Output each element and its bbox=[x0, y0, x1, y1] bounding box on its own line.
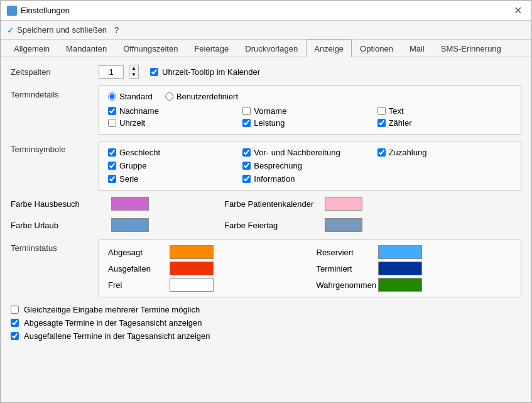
radio-standard[interactable]: Standard bbox=[108, 92, 153, 101]
cb-information[interactable]: Information bbox=[242, 174, 377, 184]
cb-gleichzeitig[interactable]: Gleichzeitige Eingabe mehrerer Termine m… bbox=[11, 305, 521, 314]
zeitspalten-label: Zeitspalten bbox=[11, 67, 99, 77]
cb-text[interactable]: Text bbox=[377, 106, 512, 116]
sym-empty-2 bbox=[377, 174, 512, 184]
cb-vorname-label: Vorname bbox=[254, 106, 286, 116]
terminsymbole-grid: Geschlecht Vor- und Nachbereitung Zuzahl… bbox=[108, 148, 512, 184]
termindetails-row: Termindetails Standard Benutzerdefiniert bbox=[11, 85, 521, 135]
help-button[interactable]: ? bbox=[114, 25, 119, 35]
status-abgesagt-label: Abgesagt bbox=[108, 248, 165, 257]
tooltip-checkbox[interactable] bbox=[150, 68, 158, 76]
cb-nachname[interactable]: Nachname bbox=[108, 106, 242, 116]
status-ausgefallen-label: Ausgefallen bbox=[108, 264, 165, 273]
cb-vorname-input[interactable] bbox=[242, 107, 251, 115]
zeitspalten-down[interactable]: ▼ bbox=[129, 72, 138, 78]
tabs-bar: Allgemein Mandanten Öffnungszeiten Feier… bbox=[1, 40, 531, 57]
tab-sms[interactable]: SMS-Erinnerung bbox=[433, 40, 509, 57]
cb-vor-nachbereitung[interactable]: Vor- und Nachbereitung bbox=[242, 148, 377, 157]
tooltip-checkbox-row[interactable]: Uhrzeit-Tooltip im Kalender bbox=[150, 67, 260, 77]
cb-serie[interactable]: Serie bbox=[108, 174, 242, 184]
cb-abgesagte-input[interactable] bbox=[11, 319, 19, 327]
cb-uhrzeit[interactable]: Uhrzeit bbox=[108, 118, 242, 128]
cb-gleichzeitig-label: Gleichzeitige Eingabe mehrerer Termine m… bbox=[24, 305, 200, 314]
tab-optionen[interactable]: Optionen bbox=[352, 40, 401, 57]
cb-zuzahlung-input[interactable] bbox=[377, 148, 386, 157]
cb-zuzahlung-label: Zuzahlung bbox=[389, 148, 427, 157]
terminstatus-box: Abgesagt Reserviert Ausgefallen Terminie… bbox=[99, 240, 521, 297]
cb-zaehler[interactable]: Zähler bbox=[377, 118, 512, 128]
tab-druckvorlagen[interactable]: Druckvorlagen bbox=[237, 40, 306, 57]
cb-serie-label: Serie bbox=[119, 174, 138, 184]
termindetails-grid: Nachname Vorname Text Uhrzeit bbox=[108, 106, 512, 128]
zeitspalten-spinner-wrap: ▲ ▼ Uhrzeit-Tooltip im Kalender bbox=[99, 65, 260, 79]
zeitspalten-row: Zeitspalten ▲ ▼ Uhrzeit-Tooltip im Kalen… bbox=[11, 65, 521, 79]
toolbar: ✓ Speichern und schließen ? bbox=[1, 21, 531, 40]
title-bar-left: Einstellungen bbox=[7, 6, 70, 16]
status-wahrgenommen-swatch[interactable] bbox=[378, 278, 422, 292]
cb-gruppe[interactable]: Gruppe bbox=[108, 161, 242, 170]
farbe-feiertag-swatch[interactable] bbox=[325, 218, 362, 232]
cb-zaehler-input[interactable] bbox=[377, 119, 386, 127]
tab-mandanten[interactable]: Mandanten bbox=[58, 40, 115, 57]
cb-ausgefallene-input[interactable] bbox=[11, 332, 19, 340]
cb-information-label: Information bbox=[254, 174, 295, 184]
cb-serie-input[interactable] bbox=[108, 175, 116, 183]
cb-besprechung-input[interactable] bbox=[242, 162, 251, 170]
color-col-left: Farbe Hausbesuch Farbe Urlaub bbox=[11, 197, 149, 236]
cb-geschlecht-input[interactable] bbox=[108, 148, 116, 157]
cb-abgesagte[interactable]: Abgesagte Termine in der Tagesansicht an… bbox=[11, 318, 521, 328]
cb-uhrzeit-input[interactable] bbox=[108, 119, 116, 127]
tab-anzeige[interactable]: Anzeige bbox=[306, 40, 352, 57]
terminstatus-row: Terminstatus Abgesagt Reserviert Ausgefa… bbox=[11, 240, 521, 297]
close-button[interactable]: ✕ bbox=[510, 3, 525, 18]
radio-standard-label: Standard bbox=[119, 92, 153, 101]
farbe-patientenkalender-swatch[interactable] bbox=[325, 197, 362, 211]
termindetails-radio-row: Standard Benutzerdefiniert bbox=[108, 92, 512, 101]
status-abgesagt-swatch[interactable] bbox=[170, 245, 214, 259]
bottom-checks: Gleichzeitige Eingabe mehrerer Termine m… bbox=[11, 305, 521, 341]
cb-nachname-input[interactable] bbox=[108, 107, 116, 115]
radio-benutzerdefiniert-input[interactable] bbox=[165, 92, 173, 101]
tab-oeffnungszeiten[interactable]: Öffnungszeiten bbox=[115, 40, 186, 57]
cb-vorname[interactable]: Vorname bbox=[242, 106, 377, 116]
cb-besprechung[interactable]: Besprechung bbox=[242, 161, 377, 170]
farbe-hausbesuch-swatch[interactable] bbox=[111, 197, 149, 211]
radio-benutzerdefiniert-label: Benutzerdefiniert bbox=[176, 92, 238, 101]
cb-zuzahlung[interactable]: Zuzahlung bbox=[377, 148, 512, 157]
cb-ausgefallene[interactable]: Ausgefallene Termine in der Tagesansicht… bbox=[11, 331, 521, 341]
cb-leistung[interactable]: Leistung bbox=[242, 118, 377, 128]
tab-feiertage[interactable]: Feiertage bbox=[186, 40, 237, 57]
status-reserviert-swatch[interactable] bbox=[378, 245, 422, 259]
status-frei-swatch[interactable] bbox=[170, 278, 214, 292]
status-ausgefallen-swatch[interactable] bbox=[170, 262, 214, 275]
status-terminiert-swatch[interactable] bbox=[378, 262, 422, 275]
cb-gleichzeitig-input[interactable] bbox=[11, 306, 19, 314]
main-window: Einstellungen ✕ ✓ Speichern und schließe… bbox=[0, 0, 532, 403]
cb-text-input[interactable] bbox=[377, 107, 386, 115]
cb-information-input[interactable] bbox=[242, 175, 251, 183]
radio-standard-input[interactable] bbox=[108, 92, 116, 101]
cb-abgesagte-label: Abgesagte Termine in der Tagesansicht an… bbox=[24, 318, 202, 328]
cb-geschlecht-label: Geschlecht bbox=[119, 148, 160, 157]
zeitspalten-input[interactable] bbox=[99, 65, 124, 79]
checkmark-icon: ✓ bbox=[7, 25, 14, 35]
farbe-patientenkalender-row: Farbe Patientenkalender bbox=[224, 197, 362, 211]
radio-benutzerdefiniert[interactable]: Benutzerdefiniert bbox=[165, 92, 238, 101]
cb-ausgefallene-label: Ausgefallene Termine in der Tagesansicht… bbox=[24, 331, 210, 341]
cb-leistung-input[interactable] bbox=[242, 119, 251, 127]
save-close-label: Speichern und schließen bbox=[17, 25, 107, 35]
tab-allgemein[interactable]: Allgemein bbox=[6, 40, 58, 57]
tab-mail[interactable]: Mail bbox=[401, 40, 433, 57]
cb-vor-nachbereitung-input[interactable] bbox=[242, 148, 251, 157]
cb-gruppe-input[interactable] bbox=[108, 162, 116, 170]
zeitspalten-up[interactable]: ▲ bbox=[129, 65, 138, 72]
status-abgesagt: Abgesagt bbox=[108, 245, 304, 259]
status-frei: Frei bbox=[108, 278, 304, 292]
status-ausgefallen: Ausgefallen bbox=[108, 262, 304, 275]
cb-zaehler-label: Zähler bbox=[389, 118, 412, 128]
cb-geschlecht[interactable]: Geschlecht bbox=[108, 148, 242, 157]
cb-gruppe-label: Gruppe bbox=[119, 161, 146, 170]
save-close-button[interactable]: ✓ Speichern und schließen bbox=[7, 25, 107, 35]
farbe-urlaub-swatch[interactable] bbox=[111, 218, 149, 232]
terminstatus-label: Terminstatus bbox=[11, 240, 99, 253]
